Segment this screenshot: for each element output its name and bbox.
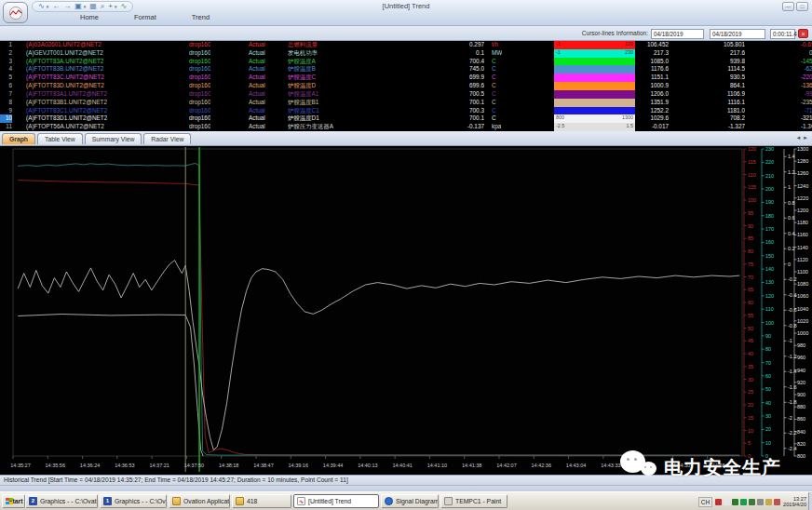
taskbar-button-418[interactable]: 418	[232, 494, 291, 508]
time-label: 14:37:50	[184, 463, 204, 468]
taskbar-button-label: [Untitled] Trend	[308, 495, 351, 507]
table-row[interactable]: 3(A)FTOTT83A.UNIT2@NET2drop160Actual炉膛温度…	[0, 58, 812, 66]
tray-icon[interactable]	[765, 499, 772, 505]
unit-label: C	[492, 90, 496, 99]
table-row[interactable]: 4(A)FTOTT83B.UNIT2@NET2drop160Actual炉膛温度…	[0, 65, 812, 74]
language-indicator[interactable]: CH	[698, 497, 712, 507]
row-number[interactable]: 9	[0, 107, 12, 115]
signal-name: (A)03A02601.UNIT2@NET2	[26, 41, 102, 49]
cursor1-value: 1252.2	[596, 107, 669, 115]
signal-name: (A)FTOTT83B1.UNIT2@NET2	[26, 99, 107, 107]
status-label: Actual	[249, 41, 265, 49]
fuel-flow-axis-label: 105	[748, 184, 756, 190]
cursor2-value: 105.801	[674, 41, 745, 49]
cursor2-time-field[interactable]: 04/18/2019 14:38:00.300	[710, 29, 765, 39]
taskbar-button--untitled-trend[interactable]: ∿[Untitled] Trend	[293, 494, 379, 508]
generator-power-axis-label: 50	[765, 386, 771, 392]
taskbar-button-graphics-c-ovati-[interactable]: 1Graphics - - C:\Ovati...	[100, 494, 167, 508]
furnace-temperature-axis-label: 880	[797, 404, 805, 409]
furnace-pressure-axis-label: -2	[788, 415, 792, 421]
row-number[interactable]: 10	[0, 114, 12, 123]
taskbar-button-tempc1-paint[interactable]: TEMPC1 - Paint	[440, 494, 508, 508]
table-row[interactable]: 2✓(A)GEVJT001.UNIT2@NET2drop160Actual发电机…	[0, 49, 812, 58]
row-number[interactable]: 5	[0, 74, 12, 82]
tray-icon[interactable]	[749, 499, 755, 505]
drop-name: drop160	[189, 123, 210, 131]
tab-graph[interactable]: Graph	[2, 133, 35, 144]
trend-icon: ∿	[297, 497, 305, 505]
row-number[interactable]: 7	[0, 90, 12, 99]
trend-graph-area[interactable]: 0510152025303540455055606570758085909510…	[0, 146, 812, 475]
table-row[interactable]: 11✓(A)FTOPT56A.UNIT2@NET2drop160Actual炉膛…	[0, 123, 812, 131]
window-title: [Untitled] Trend	[0, 2, 812, 10]
row-number[interactable]: 8	[0, 99, 12, 107]
taskbar-button-graphics-c-ovati-[interactable]: 2Graphics - - C:\Ovati...	[25, 494, 98, 508]
cursor-info-close-icon[interactable]: ×	[798, 29, 808, 38]
furnace-pressure-axis-label: -2.4	[788, 446, 796, 451]
table-row[interactable]: 5(A)FTOTT83C.UNIT2@NET2drop160Actual炉膛温度…	[0, 74, 812, 82]
start-button[interactable]: Start	[2, 494, 25, 508]
current-value: 699.6	[400, 82, 484, 90]
cursor-delta-field[interactable]: 0:00:11.4	[770, 29, 795, 39]
tray-icon[interactable]	[774, 499, 780, 505]
generator-power-axis-label: 40	[765, 400, 771, 406]
taskbar-button-label: TEMPC1 - Paint	[455, 495, 501, 507]
table-row[interactable]: 9(A)FTOTT83C1.UNIT2@NET2drop160Actual炉膛温…	[0, 107, 812, 115]
fuel-flow-axis-label: 30	[748, 377, 753, 382]
restore-button[interactable]: □	[796, 2, 808, 11]
row-number[interactable]: 2	[0, 49, 12, 58]
tray-icon[interactable]	[732, 499, 738, 505]
taskbar-clock[interactable]: 13:272019/4/20	[783, 496, 806, 507]
tab-table-view[interactable]: Table View	[37, 133, 83, 144]
signal-name: (A)FTOPT56A.UNIT2@NET2	[26, 123, 104, 131]
time-label: 14:40:41	[392, 463, 412, 468]
furnace-pressure-axis-label: 0.8	[788, 200, 795, 206]
current-value: 700.1	[400, 99, 484, 107]
row-number[interactable]: 6	[0, 82, 12, 90]
furnace-temperature-axis-label: 1040	[797, 306, 808, 312]
table-row[interactable]: 8(A)FTOTT83B1.UNIT2@NET2drop160Actual炉膛温…	[0, 99, 812, 107]
table-row[interactable]: 1✓(A)03A02601.UNIT2@NET2drop160Actual总燃料…	[0, 41, 812, 49]
tray-icon[interactable]	[724, 499, 730, 505]
table-row[interactable]: 10✓(A)FTOTT83D1.UNIT2@NET2drop160Actual炉…	[0, 114, 812, 123]
taskbar-button-signal-diagram-viewe-[interactable]: Signal Diagram Viewe...	[381, 494, 439, 508]
menu-item-home[interactable]: Home	[80, 13, 99, 21]
table-row[interactable]: 6(A)FTOTT83D.UNIT2@NET2drop160Actual炉膛温度…	[0, 82, 812, 90]
signal-name: (A)FTOTT83C1.UNIT2@NET2	[26, 107, 107, 115]
signal-description: 总燃料流量	[288, 41, 318, 49]
status-label: Actual	[249, 74, 265, 82]
menu-item-format[interactable]: Format	[134, 13, 156, 21]
drop-name: drop160	[189, 90, 210, 99]
fuel-flow-axis-label: 60	[748, 300, 753, 305]
tray-icon[interactable]	[740, 499, 747, 505]
tray-icon[interactable]	[757, 499, 764, 505]
row-number[interactable]: 1	[0, 41, 12, 49]
taskbar-button-ovation-applications[interactable]: Ovation Applications	[169, 494, 230, 508]
furnace-pressure-axis-label: -0.8	[788, 323, 796, 329]
tray-icon[interactable]	[715, 499, 722, 505]
status-label: Actual	[249, 99, 265, 107]
tab-radar-view[interactable]: Radar View	[143, 133, 191, 144]
generator-power-axis-label: 160	[765, 239, 774, 245]
taskbar-button-label: 418	[247, 495, 257, 507]
drop-name: drop160	[189, 58, 210, 66]
menu-bar: HomeFormatTrend	[80, 13, 245, 21]
cursor1-time-field[interactable]: 04/18/2019 14:37:48.900	[651, 29, 704, 39]
furnace-pressure-axis-label: -2.2	[788, 430, 796, 436]
tab-summary-view[interactable]: Summary View	[85, 133, 142, 144]
menu-item-trend[interactable]: Trend	[192, 13, 210, 21]
tab-scroll-arrows[interactable]: ◄ ►	[795, 135, 808, 141]
fuel-flow-axis-label: 120	[748, 146, 756, 152]
cursor2-value: 1181.0	[674, 107, 745, 115]
row-number[interactable]: 3	[0, 58, 12, 66]
minimize-button[interactable]: —	[782, 2, 794, 11]
row-number[interactable]: 4	[0, 65, 12, 74]
row-number[interactable]: 11	[0, 123, 12, 131]
generator-power-axis-label: 200	[765, 186, 774, 192]
show-desktop-button[interactable]	[808, 492, 812, 510]
furnace-temperature-axis-label: 800	[797, 453, 805, 459]
table-row[interactable]: 7(A)FTOTT83A1.UNIT2@NET2drop160Actual炉膛温…	[0, 90, 812, 99]
current-value: 699.9	[400, 74, 484, 82]
signal-name: (A)FTOTT83D1.UNIT2@NET2	[26, 114, 107, 123]
watermark-text: 电力安全生产	[664, 455, 781, 480]
